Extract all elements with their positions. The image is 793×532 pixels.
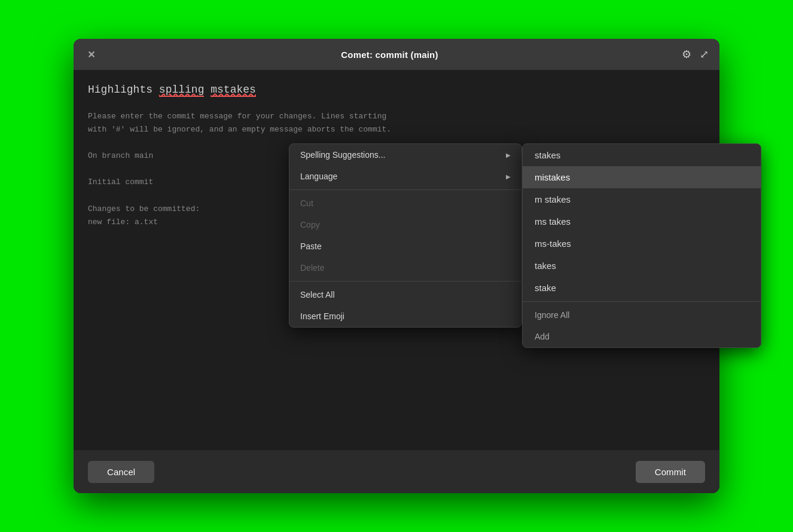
titlebar-actions: ⚙ ⤢ (682, 48, 709, 61)
spell-divider (523, 301, 761, 302)
context-menu: Spelling Suggestions... ▶ Language ▶ Cut… (289, 143, 522, 328)
menu-item-insert-emoji[interactable]: Insert Emoji (289, 305, 521, 327)
menu-item-paste[interactable]: Paste (289, 236, 521, 257)
language-arrow-icon: ▶ (506, 173, 511, 180)
spell-suggestion-3[interactable]: ms takes (523, 210, 761, 233)
spell-add[interactable]: Add (523, 326, 761, 347)
spell-suggestion-5[interactable]: takes (523, 255, 761, 277)
spell-suggestion-0[interactable]: stakes (523, 144, 761, 166)
menu-item-spelling-label: Spelling Suggestions... (300, 150, 385, 160)
menu-item-language-label: Language (300, 172, 337, 181)
spelling-arrow-icon: ▶ (506, 152, 511, 158)
menu-item-select-all-label: Select All (300, 290, 335, 299)
spell-suggestion-1[interactable]: mistakes (523, 166, 761, 188)
menu-item-delete[interactable]: Delete (289, 257, 521, 279)
spell-suggestion-6[interactable]: stake (523, 277, 761, 299)
spell-suggestion-2[interactable]: m stakes (523, 188, 761, 210)
menu-item-language[interactable]: Language ▶ (289, 166, 521, 187)
editor-prefix: Highlights (88, 84, 159, 96)
spell-submenu: stakes mistakes m stakes ms takes ms-tak… (522, 143, 761, 348)
cancel-button[interactable]: Cancel (88, 461, 154, 483)
menu-item-copy[interactable]: Copy (289, 214, 521, 236)
menu-divider-2 (289, 281, 521, 282)
menu-item-delete-label: Delete (300, 263, 324, 273)
spell-suggestion-4[interactable]: ms-takes (523, 233, 761, 255)
menu-divider-1 (289, 189, 521, 190)
comment-line-1: Please enter the commit message for your… (88, 110, 705, 123)
menu-item-cut-label: Cut (300, 198, 313, 208)
menu-item-spelling[interactable]: Spelling Suggestions... ▶ (289, 144, 521, 166)
editor-content: Highlights splling mstakes (88, 82, 705, 98)
commit-button[interactable]: Commit (636, 461, 705, 483)
spell-ignore-all[interactable]: Ignore All (523, 304, 761, 326)
window-title: Comet: commit (main) (341, 50, 438, 60)
main-window: ✕ Comet: commit (main) ⚙ ⤢ Highlights sp… (74, 39, 719, 493)
menu-item-insert-emoji-label: Insert Emoji (300, 311, 344, 321)
misspelled-word-2: mstakes (211, 84, 256, 97)
menu-item-select-all[interactable]: Select All (289, 284, 521, 305)
expand-icon[interactable]: ⤢ (700, 48, 709, 61)
comment-line-2: with '#' will be ignored, and an empty m… (88, 123, 705, 136)
footer: Cancel Commit (74, 450, 719, 493)
menu-item-copy-label: Copy (300, 220, 320, 230)
titlebar: ✕ Comet: commit (main) ⚙ ⤢ (74, 39, 719, 70)
menu-item-paste-label: Paste (300, 241, 322, 251)
gear-icon[interactable]: ⚙ (682, 48, 691, 61)
misspelled-word-1: splling (159, 84, 205, 97)
menu-item-cut[interactable]: Cut (289, 192, 521, 214)
close-button[interactable]: ✕ (84, 48, 97, 61)
